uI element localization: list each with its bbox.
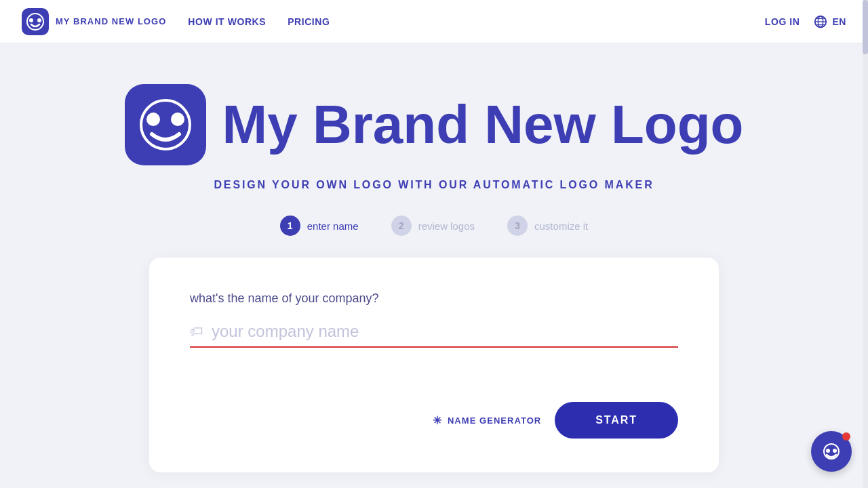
- svg-rect-0: [22, 8, 49, 35]
- step-1-number: 1: [280, 216, 300, 236]
- language-selector[interactable]: EN: [813, 14, 846, 29]
- main-content: My Brand New Logo DESIGN YOUR OWN LOGO W…: [0, 43, 868, 488]
- hero-section: My Brand New Logo: [125, 84, 744, 165]
- nav-links: HOW IT WORKS PRICING: [188, 16, 330, 27]
- svg-point-11: [171, 113, 184, 126]
- svg-point-14: [833, 449, 837, 453]
- step-1: 1 enter name: [280, 216, 359, 236]
- login-link[interactable]: LOG IN: [765, 16, 800, 27]
- svg-point-2: [37, 18, 41, 22]
- nav-how-it-works[interactable]: HOW IT WORKS: [188, 16, 266, 27]
- step-3-number: 3: [507, 216, 528, 236]
- svg-point-13: [826, 449, 830, 453]
- navbar-right: LOG IN EN: [765, 14, 846, 29]
- brand-name: MY BRAND NEW LOGO: [56, 16, 166, 26]
- step-3: 3 customize it: [507, 216, 588, 236]
- brand-icon: [22, 8, 49, 35]
- lang-label: EN: [832, 16, 846, 27]
- chat-notification-badge: [842, 432, 850, 441]
- company-name-input-wrapper: 🏷: [190, 322, 678, 348]
- input-tag-icon: 🏷: [190, 324, 203, 340]
- svg-rect-9: [125, 84, 206, 165]
- name-generator-label: NAME GENERATOR: [448, 415, 541, 426]
- chat-support-button[interactable]: [811, 431, 852, 472]
- step-3-label: customize it: [534, 220, 588, 232]
- main-card: what's the name of your company? 🏷 ✳ NAM…: [149, 258, 719, 472]
- steps-container: 1 enter name 2 review logos 3 customize …: [280, 216, 588, 236]
- hero-logo-icon: [125, 84, 206, 165]
- scrollbar-track[interactable]: [863, 0, 868, 488]
- nav-pricing[interactable]: PRICING: [288, 16, 330, 27]
- svg-point-1: [29, 18, 33, 22]
- brand-logo[interactable]: MY BRAND NEW LOGO: [22, 8, 166, 35]
- step-2-number: 2: [391, 216, 412, 236]
- hero-title: My Brand New Logo: [222, 98, 744, 152]
- hero-subtitle: DESIGN YOUR OWN LOGO WITH OUR AUTOMATIC …: [214, 179, 654, 191]
- globe-icon: [813, 14, 828, 29]
- start-button[interactable]: START: [555, 402, 678, 439]
- step-1-label: enter name: [307, 220, 359, 232]
- step-2: 2 review logos: [391, 216, 475, 236]
- step-2-label: review logos: [418, 220, 475, 232]
- company-name-input[interactable]: [212, 322, 678, 341]
- navbar: MY BRAND NEW LOGO HOW IT WORKS PRICING L…: [0, 0, 868, 43]
- sparkle-icon: ✳: [433, 414, 442, 427]
- card-footer: ✳ NAME GENERATOR START: [190, 402, 678, 439]
- scrollbar-thumb[interactable]: [863, 0, 868, 54]
- card-question: what's the name of your company?: [190, 291, 678, 306]
- name-generator-button[interactable]: ✳ NAME GENERATOR: [433, 414, 541, 427]
- chat-icon: [821, 441, 842, 462]
- svg-point-10: [146, 113, 160, 126]
